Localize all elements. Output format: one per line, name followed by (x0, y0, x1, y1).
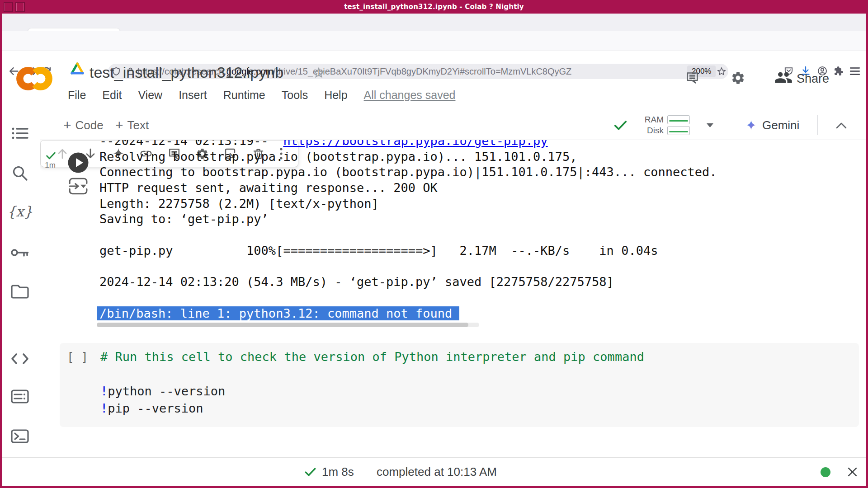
status-check-icon (304, 465, 317, 479)
status-green-dot (821, 467, 830, 477)
status-elapsed-time: 1m 8s (322, 458, 354, 486)
ram-label: RAM (641, 115, 664, 125)
code-comment: # Run this cell to check the version of … (100, 348, 644, 366)
window-title: test_install_python312.ipynb - Colab ? N… (0, 0, 868, 14)
add-code-label: Code (75, 118, 104, 132)
code-cell[interactable]: [ ] # Run this cell to check the version… (60, 343, 859, 427)
files-folder-icon[interactable] (0, 284, 40, 299)
bang-operator: ! (100, 401, 108, 415)
toolbar-divider (729, 115, 729, 135)
cell-run-gutter[interactable]: [ ] (67, 348, 88, 366)
share-people-icon[interactable] (774, 71, 793, 84)
runtime-dropdown-caret-icon[interactable] (707, 123, 713, 127)
collapse-chevron-up-icon[interactable] (835, 122, 847, 129)
disk-label: Disk (641, 126, 664, 136)
connected-check-icon[interactable] (613, 118, 628, 133)
code-text: pip --version (108, 401, 203, 415)
run-cell-button[interactable] (67, 152, 89, 174)
plus-icon: + (115, 118, 123, 132)
scrollbar-thumb[interactable] (97, 323, 468, 327)
table-of-contents-icon[interactable] (0, 127, 40, 140)
bookmark-star-icon[interactable] (716, 66, 727, 77)
notebook-toolbar: + Code + Text RAM Disk (40, 111, 868, 140)
execution-status-bar: 1m 8s completed at 10:13 AM (0, 457, 868, 486)
cell-success-check-icon (45, 150, 57, 161)
output-line: Saving to: ‘get-pip.py’ (99, 211, 717, 227)
notebook-title[interactable]: test_install_python312.ipynb (90, 61, 283, 83)
window-border-right (866, 0, 868, 488)
code-text: python --version (108, 384, 225, 398)
drive-icon (70, 61, 85, 76)
selected-output-text: /bin/bash: line 1: python3.12: command n… (99, 306, 452, 320)
resource-monitor[interactable]: RAM Disk (641, 114, 690, 136)
add-text-button[interactable]: + Text (115, 111, 149, 140)
bang-operator: ! (100, 384, 108, 398)
menu-bar: File Edit View Insert Runtime Tools Help… (68, 87, 455, 103)
gemini-sparkle-icon (745, 119, 757, 131)
search-icon[interactable] (0, 165, 40, 182)
output-line: 2024-12-14 02:13:20 (54.3 MB/s) - ‘get-p… (99, 274, 717, 290)
share-button[interactable]: Share (797, 70, 829, 87)
extensions-puzzle-icon[interactable] (833, 66, 844, 76)
window-titlebar[interactable]: test_install_python312.ipynb - Colab ? N… (0, 0, 868, 14)
output-line (99, 259, 717, 275)
close-status-bar-icon[interactable] (846, 466, 859, 478)
output-line: --2024-12-14 02:13:19-- (99, 140, 283, 148)
navigation-toolbar: https://colab.research.google.com/drive/… (0, 31, 868, 51)
toolbar-divider (817, 115, 818, 135)
variables-glyph: {x} (7, 203, 33, 220)
secrets-key-icon[interactable] (0, 247, 40, 258)
notebook-content: 1m --2024-12-14 02:13:19-- https://boots… (40, 140, 868, 457)
menu-tools[interactable]: Tools (282, 89, 308, 102)
output-line (99, 290, 717, 306)
cell-exec-time: 1m (40, 161, 60, 170)
output-link[interactable]: https://bootstrap.pypa.io/get-pip.py (283, 140, 547, 148)
output-line: Resolving bootstrap.pypa.io (bootstrap.p… (99, 149, 717, 165)
settings-gear-icon[interactable] (731, 70, 745, 85)
menu-edit[interactable]: Edit (102, 89, 122, 102)
colab-logo[interactable] (15, 66, 53, 91)
autosave-status[interactable]: All changes saved (364, 89, 456, 102)
menu-hamburger-icon[interactable] (849, 67, 860, 75)
output-line: Connecting to bootstrap.pypa.io (bootstr… (99, 164, 717, 180)
browser-window: test_install_python312.ipynb - Colab ? N… (0, 0, 868, 488)
output-line: get-pip.py 100%[===================>] 2.… (99, 243, 717, 259)
output-line (99, 227, 717, 243)
output-line: Length: 2275758 (2.2M) [text/x-python] (99, 196, 717, 212)
code-snippets-icon[interactable] (0, 353, 40, 365)
plus-icon: + (63, 118, 71, 132)
tab-strip: test_install_python312.ip × + (0, 14, 868, 31)
menu-file[interactable]: File (68, 89, 86, 102)
disk-meter (667, 126, 690, 135)
variables-icon[interactable]: {x} (0, 203, 40, 220)
cell-output: --2024-12-14 02:13:19-- https://bootstra… (99, 140, 717, 321)
window-border-left (0, 0, 2, 488)
gemini-button[interactable]: Gemini (762, 111, 799, 140)
add-text-label: Text (127, 118, 149, 132)
menu-runtime[interactable]: Runtime (223, 89, 265, 102)
menu-insert[interactable]: Insert (179, 89, 207, 102)
window-border-bottom (0, 486, 868, 488)
menu-view[interactable]: View (138, 89, 162, 102)
executed-code-history-icon[interactable] (68, 176, 88, 196)
output-horizontal-scrollbar[interactable] (97, 323, 479, 327)
add-code-button[interactable]: + Code (63, 111, 104, 140)
comments-icon[interactable] (685, 71, 699, 85)
command-palette-icon[interactable] (0, 389, 40, 404)
star-notebook-icon[interactable] (312, 66, 326, 80)
menu-help[interactable]: Help (324, 89, 347, 102)
output-line: HTTP request sent, awaiting response... … (99, 180, 717, 196)
status-completed-text: completed at 10:13 AM (377, 458, 497, 486)
cell-code-editor[interactable]: # Run this cell to check the version of … (100, 348, 644, 417)
ram-meter (667, 115, 690, 124)
code-blank-line (100, 366, 644, 383)
terminal-icon[interactable] (0, 429, 40, 443)
